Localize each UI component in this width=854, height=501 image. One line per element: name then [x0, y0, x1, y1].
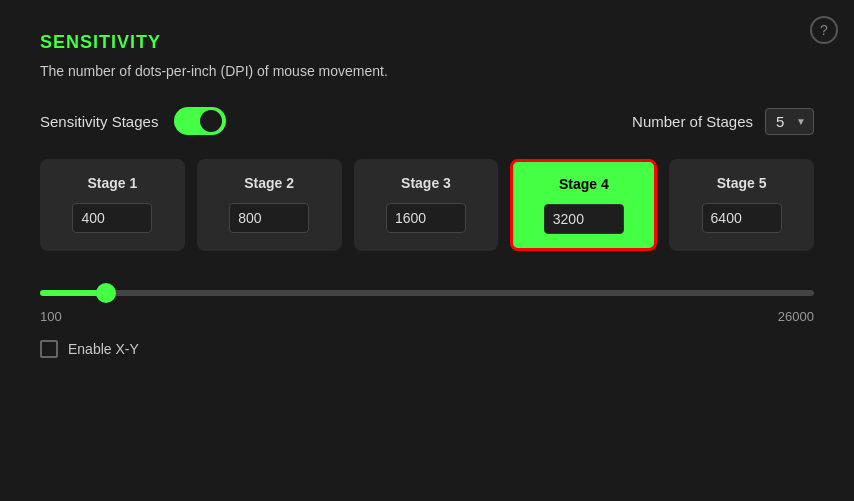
- left-controls: Sensitivity Stages: [40, 107, 226, 135]
- right-controls: Number of Stages 5 1 2 3 4 6 7 8: [632, 108, 814, 135]
- stage-label-1: Stage 1: [87, 175, 137, 191]
- stage-card-2[interactable]: Stage 2: [197, 159, 342, 251]
- description-text: The number of dots-per-inch (DPI) of mou…: [40, 63, 814, 79]
- slider-track-wrapper: [40, 283, 814, 303]
- stage-label-3: Stage 3: [401, 175, 451, 191]
- stage-label-5: Stage 5: [717, 175, 767, 191]
- help-button[interactable]: ?: [810, 16, 838, 44]
- stage-input-4[interactable]: [544, 204, 624, 234]
- stage-input-5[interactable]: [702, 203, 782, 233]
- sensitivity-stages-label: Sensitivity Stages: [40, 113, 158, 130]
- stage-input-1[interactable]: [72, 203, 152, 233]
- slider-thumb[interactable]: [96, 283, 116, 303]
- stage-label-2: Stage 2: [244, 175, 294, 191]
- toggle-slider[interactable]: [174, 107, 226, 135]
- stage-card-4[interactable]: Stage 4: [510, 159, 657, 251]
- controls-row: Sensitivity Stages Number of Stages 5 1 …: [40, 107, 814, 135]
- stage-card-1[interactable]: Stage 1: [40, 159, 185, 251]
- slider-section: 100 26000: [40, 283, 814, 324]
- slider-max-label: 26000: [778, 309, 814, 324]
- slider-range-labels: 100 26000: [40, 309, 814, 324]
- section-title: SENSITIVITY: [40, 32, 814, 53]
- slider-track: [40, 290, 814, 296]
- num-stages-select[interactable]: 5 1 2 3 4 6 7 8: [765, 108, 814, 135]
- enable-xy-label: Enable X-Y: [68, 341, 139, 357]
- stage-card-3[interactable]: Stage 3: [354, 159, 499, 251]
- num-stages-select-wrapper: 5 1 2 3 4 6 7 8: [765, 108, 814, 135]
- stages-grid: Stage 1Stage 2Stage 3Stage 4Stage 5: [40, 159, 814, 251]
- sensitivity-stages-toggle[interactable]: [174, 107, 226, 135]
- enable-xy-row: Enable X-Y: [40, 340, 814, 358]
- enable-xy-checkbox[interactable]: [40, 340, 58, 358]
- slider-min-label: 100: [40, 309, 62, 324]
- stage-card-5[interactable]: Stage 5: [669, 159, 814, 251]
- stage-input-3[interactable]: [386, 203, 466, 233]
- stage-input-2[interactable]: [229, 203, 309, 233]
- stage-label-4: Stage 4: [559, 176, 609, 192]
- num-stages-label: Number of Stages: [632, 113, 753, 130]
